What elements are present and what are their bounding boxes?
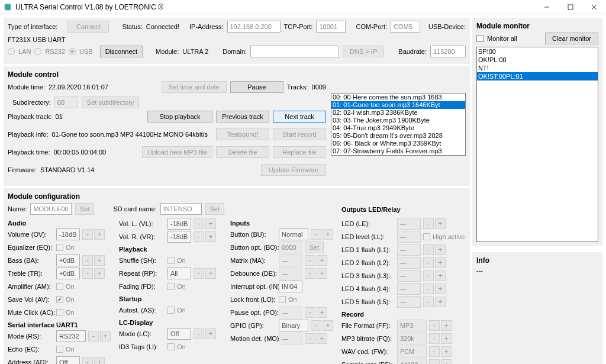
fs-minus[interactable]: - [429,359,440,364]
gp-minus[interactable]: - [311,320,321,331]
l4-field[interactable]: --- [397,283,421,295]
li-check[interactable] [167,343,175,350]
track-item[interactable]: 00: 00-Here comes the sun.mp3 1683 [331,94,465,101]
volume-ov-field[interactable]: -18dB [56,228,80,240]
mo-minus[interactable]: - [305,333,315,344]
am-check[interactable] [56,283,63,290]
l3-plus[interactable]: + [435,270,446,281]
minimize-button[interactable] [535,0,559,14]
dns-ip-button[interactable]: DNS > IP [343,46,384,57]
gp-plus[interactable]: + [323,320,333,331]
ff-plus[interactable]: + [441,320,452,331]
mo-field[interactable]: --- [279,333,302,344]
l5-field[interactable]: --- [397,296,421,308]
le-plus[interactable]: + [435,218,446,229]
ba-minus[interactable]: - [82,255,93,266]
delete-file-button[interactable]: Delete file [216,146,269,158]
vl-plus[interactable]: + [205,218,216,229]
fw-plus[interactable]: + [441,346,452,357]
de-field[interactable]: --- [279,268,302,279]
rp-field[interactable]: All [167,268,191,279]
fs-field[interactable]: 44100 [397,359,427,364]
eq-check[interactable] [56,244,63,251]
start-record-button[interactable]: Start record [273,128,326,140]
name-set-button[interactable]: Set [75,203,94,215]
vr-field[interactable]: -18dB [167,231,191,243]
ov-minus[interactable]: - [82,229,93,240]
close-button[interactable] [582,0,606,14]
ad-plus[interactable]: + [94,357,105,364]
track-item[interactable]: 03: 03-The Joker.mp3 1900KByte [331,117,465,124]
set-time-button[interactable]: Set time and date [162,81,227,93]
bu-field[interactable]: Normal [279,228,308,240]
l2-minus[interactable]: - [423,257,434,268]
l4-plus[interactable]: + [435,284,446,294]
monitor-item[interactable]: OK!ST:00PL:01 [477,72,598,80]
track-item[interactable]: 04: 04-True.mp3 2949KByte [331,124,465,132]
lc-field[interactable]: Off [167,328,191,340]
lc-plus[interactable]: + [205,328,216,339]
track-item[interactable]: 01: 01-Gone too soon.mp3 1646KByt [331,101,465,109]
l2-plus[interactable]: + [435,257,446,268]
mo-plus[interactable]: + [317,333,327,344]
po-plus[interactable]: + [317,307,327,318]
update-firmware-button[interactable]: Update Firmware [261,164,326,176]
bu-minus[interactable]: - [311,229,321,240]
lo-check[interactable] [279,296,286,303]
rp-minus[interactable]: - [194,268,204,279]
ov-plus[interactable]: + [94,229,105,240]
ac-check[interactable] [56,309,63,316]
next-track-button[interactable]: Next track [273,111,326,123]
maximize-button[interactable] [559,0,582,14]
disconnect-button[interactable]: Disconnect [100,46,143,57]
fw-minus[interactable]: - [429,346,440,357]
ad-minus[interactable]: - [82,357,93,364]
domain-field[interactable] [250,46,339,57]
track-item[interactable]: 06: 06- Black or White.mp3 2359KByt [331,140,465,147]
l3-minus[interactable]: - [423,270,434,281]
bass-field[interactable]: +0dB [56,255,80,266]
ff-minus[interactable]: - [429,320,440,331]
ma-field[interactable]: --- [279,255,302,266]
bo-set[interactable]: Set [305,241,324,253]
fq-plus[interactable]: + [441,333,452,344]
vr-plus[interactable]: + [205,231,216,242]
monitor-item[interactable]: SP!00 [477,47,598,56]
vl-field[interactable]: -18dB [167,218,191,230]
monitor-item[interactable]: OK!PL:00 [477,56,598,64]
rs-plus[interactable]: + [100,331,111,342]
tr-minus[interactable]: - [82,268,93,279]
name-field[interactable] [30,203,72,215]
sh-check[interactable] [167,257,175,264]
ff-field[interactable]: MP3 [397,320,427,331]
as-check[interactable] [167,307,175,314]
replace-file-button[interactable]: Replace file [273,146,326,158]
l1-field[interactable]: --- [397,244,421,256]
com-field[interactable] [391,21,420,33]
le-field[interactable]: --- [397,218,421,230]
rp-plus[interactable]: + [205,268,216,279]
ma-plus[interactable]: + [317,255,327,266]
fq-field[interactable]: 320k [397,333,427,344]
sd-set-button[interactable]: Set [205,203,224,215]
l1-plus[interactable]: + [435,244,446,255]
ba-plus[interactable]: + [94,255,105,266]
monitor-all-check[interactable] [476,35,483,42]
testsound-button[interactable]: Testsound! [216,128,269,140]
rs-field[interactable]: RS232 [56,330,86,342]
ip-field[interactable] [227,21,281,33]
le-minus[interactable]: - [423,218,434,229]
pause-button[interactable]: Pause [230,81,283,93]
in-field[interactable]: INI04 [279,281,302,292]
upload-mp3-button[interactable]: Upload new MP3 file [142,146,212,158]
clear-monitor-button[interactable]: Clear monitor [545,33,598,44]
track-listbox[interactable]: 00: 00-Here comes the sun.mp3 168301: 01… [331,93,466,156]
stop-playback-button[interactable]: Stop playback [147,111,212,123]
po-minus[interactable]: - [305,307,315,318]
vr-minus[interactable]: - [194,231,204,242]
fd-check[interactable] [167,283,175,290]
de-minus[interactable]: - [305,268,315,279]
l3-field[interactable]: --- [397,270,421,282]
set-subdir-button[interactable]: Set subdirectory [82,96,139,108]
baud-field[interactable] [430,46,466,57]
